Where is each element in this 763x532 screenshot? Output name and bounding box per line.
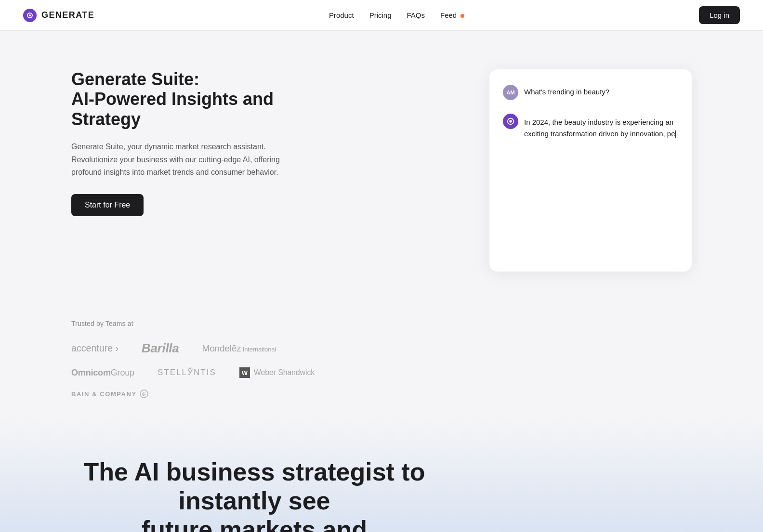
logo-link[interactable]: GENERATE — [23, 9, 94, 22]
bottom-title-container: The AI business strategist to instantly … — [71, 458, 692, 532]
bottom-title: The AI business strategist to instantly … — [71, 458, 437, 532]
nav-product[interactable]: Product — [329, 11, 354, 19]
chat-card: AM What's trending in beauty? In 2024, t… — [489, 69, 692, 272]
hero-title-line2: AI-Powered Insights and Strategy — [71, 89, 322, 129]
hero-title-line1: Generate Suite: — [71, 69, 322, 89]
nav-feed[interactable]: Feed — [440, 11, 464, 19]
nav-right: Log in — [699, 6, 740, 24]
chat-user-text: What's trending in beauty? — [524, 85, 609, 96]
chat-ai-message: In 2024, the beauty industry is experien… — [503, 114, 678, 140]
logo-row-3: BAIN & COMPANY ⊕ — [71, 389, 692, 398]
hero-right: AM What's trending in beauty? In 2024, t… — [489, 69, 692, 272]
logo-omnicom: OmnicomGroup — [71, 368, 134, 378]
logo-stellantis: STELLЎNTIS — [158, 368, 216, 377]
logo-bain: BAIN & COMPANY ⊕ — [71, 389, 148, 398]
logo-accenture: accenture › — [71, 343, 118, 354]
logo-row-2: OmnicomGroup STELLЎNTIS W Weber Shandwic… — [71, 367, 692, 378]
typing-cursor — [675, 130, 676, 138]
navbar: GENERATE Product Pricing FAQs Feed Log i… — [0, 0, 763, 31]
logo-mondelez: Mondelēz International — [202, 343, 276, 354]
nav-faqs[interactable]: FAQs — [407, 11, 425, 19]
bain-circle-icon: ⊕ — [140, 389, 148, 398]
logo-barilla: Barilla — [142, 341, 179, 356]
svg-point-3 — [509, 120, 512, 122]
chat-user-message: AM What's trending in beauty? — [503, 85, 678, 100]
chat-ai-text: In 2024, the beauty industry is experien… — [524, 114, 678, 140]
hero-left: Generate Suite: AI-Powered Insights and … — [71, 69, 322, 216]
login-button[interactable]: Log in — [699, 6, 740, 24]
trusted-section: Trusted by Teams at accenture › Barilla … — [0, 300, 763, 419]
svg-point-1 — [29, 14, 31, 16]
logo-icon — [23, 9, 37, 22]
hero-section: Generate Suite: AI-Powered Insights and … — [0, 31, 763, 300]
start-free-button[interactable]: Start for Free — [71, 194, 144, 216]
hero-description: Generate Suite, your dynamic market rese… — [71, 141, 293, 179]
nav-pricing[interactable]: Pricing — [369, 11, 392, 19]
logo-text: GENERATE — [41, 10, 94, 20]
user-avatar: AM — [503, 85, 518, 100]
bottom-section: The AI business strategist to instantly … — [0, 419, 763, 532]
feed-dot — [460, 14, 464, 18]
logo-row-1: accenture › Barilla Mondelēz Internation… — [71, 341, 692, 356]
trusted-label: Trusted by Teams at — [71, 320, 692, 327]
logo-weber: W Weber Shandwick — [239, 367, 315, 378]
ai-avatar — [503, 114, 518, 129]
nav-links: Product Pricing FAQs Feed — [329, 11, 464, 20]
